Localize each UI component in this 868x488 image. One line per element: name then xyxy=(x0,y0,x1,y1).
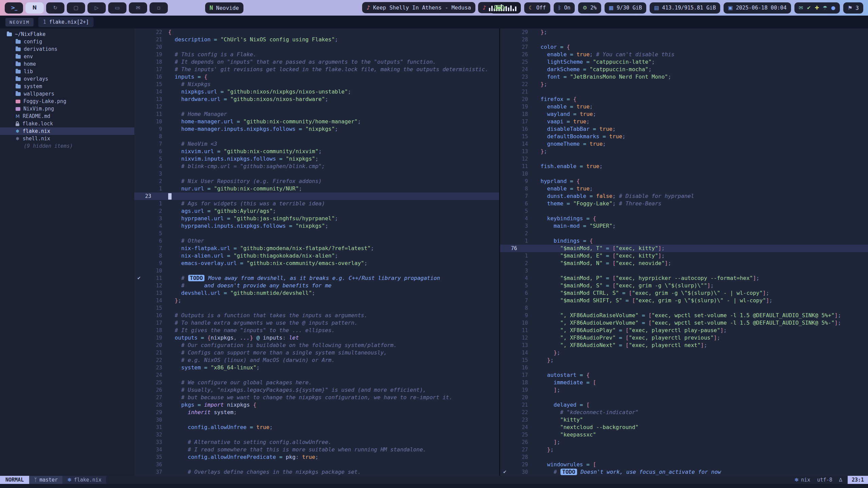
code-line[interactable]: 8 xyxy=(500,304,868,312)
code-line[interactable]: 23 font = "JetBrainsMono Nerd Font Mono"… xyxy=(500,73,868,81)
tree-item-nixvim-png[interactable]: NixVim.png xyxy=(0,105,134,113)
code-line[interactable]: 9 home-manager.inputs.nixpkgs.follows = … xyxy=(134,125,499,133)
code-line[interactable]: 20 # Our configuration is buildable on t… xyxy=(134,342,499,349)
code-line[interactable]: 21 description = "ChUrl's NixOS config u… xyxy=(134,36,499,43)
code-line[interactable]: 9 hyprland = { xyxy=(500,178,868,185)
code-line[interactable]: 22{ xyxy=(134,28,499,36)
buffer-tab[interactable]: 1 flake.nix[2+] xyxy=(38,17,94,27)
code-line[interactable]: 4 hyprpanel.inputs.nixpkgs.follows = "ni… xyxy=(134,222,499,230)
code-line[interactable]: 19 outputs = {nixpkgs, ...} @ inputs: le… xyxy=(134,334,499,342)
code-line[interactable]: 26 enable = true; # You can't disable th… xyxy=(500,51,868,58)
code-line[interactable]: 20 xyxy=(134,43,499,51)
media-player-pill[interactable]: ♪ Keep Shelly In Athens - Medusa xyxy=(362,2,475,13)
code-line[interactable]: 15 # Nixpkgs xyxy=(134,81,499,88)
code-line[interactable]: 28 xyxy=(500,36,868,43)
code-line[interactable]: 4 keybindings = { xyxy=(500,215,868,222)
code-line[interactable]: 27 color = { xyxy=(500,43,868,51)
module-do-not-disturb[interactable]: ☾Off xyxy=(524,2,550,14)
code-line[interactable]: 17 vaapi = true; xyxy=(500,118,868,125)
workspace-refresh[interactable]: ↻ xyxy=(46,2,64,14)
workspace-neovim[interactable]: N xyxy=(25,2,44,14)
workspace-mail[interactable]: ✉ xyxy=(129,2,147,14)
code-line[interactable]: 2 # Nix User Repository (e.g. Firefox ad… xyxy=(134,178,499,185)
tree-item-flake-lock[interactable]: flake.lock xyxy=(0,120,134,127)
code-line[interactable]: 1 bindings = { xyxy=(500,237,868,245)
code-line[interactable]: 23 "kitty" xyxy=(500,416,868,424)
git-branch[interactable]: ᛉ master xyxy=(29,476,62,484)
dot-tray-icon[interactable]: ● xyxy=(831,5,835,11)
tree-item-readme-md[interactable]: MREADME.md xyxy=(0,113,134,120)
code-line[interactable]: 17 autostart = { xyxy=(500,371,868,379)
code-line[interactable]: 22 # e.g. NixOS (linux) and MacOS (darwi… xyxy=(134,357,499,364)
tree-item-9-hidden-items[interactable]: (9 hidden items) xyxy=(0,142,134,150)
code-line[interactable]: 8 enable = true; xyxy=(500,185,868,192)
code-line[interactable]: 21 # Configs can support more than a sin… xyxy=(134,349,499,357)
tree-item-flake-nix[interactable]: ❄flake.nix xyxy=(0,127,134,135)
code-line[interactable]: 7 # NeoVim <3 xyxy=(134,140,499,148)
code-line[interactable]: 18 wayland = true; xyxy=(500,110,868,118)
code-line[interactable]: 1 nur.url = "github:nix-community/NUR"; xyxy=(134,185,499,192)
code-line[interactable]: 17 # The inputs' git revisions get locke… xyxy=(134,66,499,73)
code-line[interactable]: 5 xyxy=(134,230,499,237)
code-line[interactable]: 27 # but because we want to change the n… xyxy=(134,394,499,401)
code-line[interactable]: 22 # "kdeconnect-indicator" xyxy=(500,409,868,416)
code-line[interactable]: 23 xyxy=(134,192,499,200)
code-line[interactable]: 13 hardware.url = "github:nixos/nixos-ha… xyxy=(134,96,499,103)
code-line[interactable]: 16 disableTabBar = true; xyxy=(500,125,868,133)
code-line[interactable]: 27 }; xyxy=(500,446,868,453)
code-line[interactable]: 10 xyxy=(134,267,499,274)
code-line[interactable]: 24 xyxy=(134,371,499,379)
code-line[interactable]: 8 xyxy=(134,133,499,140)
code-line[interactable]: 18 # It gives the name "inputs" to the .… xyxy=(134,327,499,334)
code-line[interactable]: 12 ", XF86AudioPrev" = ["exec, playerctl… xyxy=(500,334,868,342)
tree-item-system[interactable]: system xyxy=(0,83,134,90)
code-line[interactable]: 33 # Alternative to setting config.allow… xyxy=(134,439,499,446)
code-line[interactable]: 7 "$mainMod SHIFT, S" = ["exec, grim -g … xyxy=(500,297,868,304)
code-line[interactable]: 14 }; xyxy=(500,349,868,357)
module-cpu[interactable]: ⚙2% xyxy=(578,2,601,14)
code-line[interactable]: 1 # Ags for widgets (this was a terrible… xyxy=(134,200,499,207)
code-line[interactable]: 15 xyxy=(134,304,499,312)
code-line[interactable]: 11 fish.enable = true; xyxy=(500,163,868,170)
code-line[interactable]: 2 xyxy=(500,230,868,237)
code-line[interactable]: 7 dunst.enable = false; # Disable for hy… xyxy=(500,192,868,200)
code-line[interactable]: 34 # I read somewhere that this is more … xyxy=(134,446,499,453)
code-line[interactable]: 4 "$mainMod, P" = ["exec, hyprpicker --a… xyxy=(500,274,868,282)
code-line[interactable]: 11 # Home Manager xyxy=(134,110,499,118)
code-line[interactable]: 14 }; xyxy=(134,297,499,304)
check-tray-icon[interactable]: ✔ xyxy=(807,5,811,11)
code-line[interactable]: 14 nixpkgs.url = "github:nixos/nixpkgs/n… xyxy=(134,88,499,96)
code-line[interactable]: 36 xyxy=(134,461,499,468)
code-line[interactable]: 10 ", XF86AudioLowerVolume" = ["exec, wp… xyxy=(500,319,868,327)
tree-item-env[interactable]: env xyxy=(0,53,134,60)
tree-item-overlays[interactable]: overlays xyxy=(0,75,134,83)
code-line[interactable]: 6 theme = "Foggy-Lake"; # Three-Bears xyxy=(500,200,868,207)
code-line[interactable]: 16 inputs = { xyxy=(134,73,499,81)
code-line[interactable]: 2 ags.url = "github:Aylur/ags"; xyxy=(134,207,499,215)
code-line[interactable]: 5 "$mainMod, S" = ["exec, grim -g \"$(sl… xyxy=(500,282,868,289)
code-line[interactable]: 11 ", XF86AudioPlay" = ["exec, playerctl… xyxy=(500,327,868,334)
code-line[interactable]: 6 # Other xyxy=(134,237,499,245)
tree-item-config[interactable]: config xyxy=(0,38,134,45)
code-line[interactable]: 21 xyxy=(500,88,868,96)
code-line[interactable]: 35 config.allowUnfreePredicate = pkg: tr… xyxy=(134,453,499,461)
module-memory[interactable]: ▦9/30 GiB xyxy=(605,2,647,14)
code-line[interactable]: 76 "$mainMod, T" = ["exec, kitty"]; xyxy=(500,245,868,252)
code-line[interactable]: 15 defaultBookmarks = true; xyxy=(500,133,868,140)
code-line[interactable]: 28 pkgs = import nixpkgs { xyxy=(134,401,499,409)
tree-item-home[interactable]: home xyxy=(0,60,134,68)
code-line[interactable]: 26 ]; xyxy=(500,439,868,446)
code-line[interactable]: 20 firefox = { xyxy=(500,96,868,103)
code-line[interactable]: 29 inherit system; xyxy=(134,409,499,416)
code-line[interactable]: 6 "$mainMod CTRL, S" = ["exec, grim -g \… xyxy=(500,289,868,297)
code-line[interactable]: 3 xyxy=(134,170,499,178)
code-line[interactable]: 10 home-manager.url = "github:nix-commun… xyxy=(134,118,499,125)
code-line[interactable]: 28 xyxy=(500,453,868,461)
code-line[interactable]: 18 # It depends on "inputs" that are pas… xyxy=(134,58,499,66)
workspace-play[interactable]: ▷ xyxy=(87,2,106,14)
code-line[interactable]: 29 }; xyxy=(500,28,868,36)
code-line[interactable]: 13 ", XF86AudioNext" = ["exec, playerctl… xyxy=(500,342,868,349)
tree-item-lib[interactable]: lib xyxy=(0,68,134,75)
code-line[interactable]: 10 xyxy=(500,170,868,178)
code-line[interactable]: 9 emacs-overlay.url = "github:nix-commun… xyxy=(134,260,499,267)
